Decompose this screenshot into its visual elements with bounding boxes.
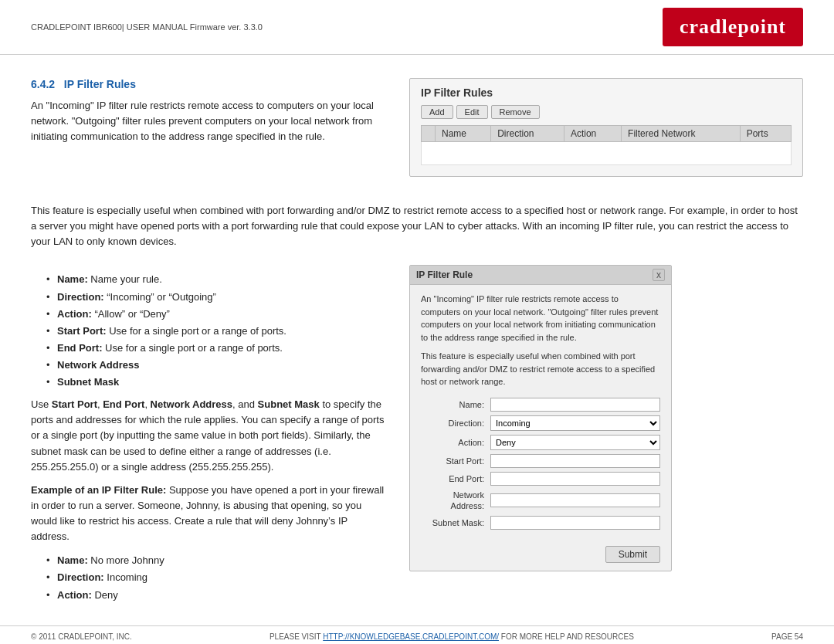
edit-button[interactable]: Edit xyxy=(456,105,488,119)
logo-text: cradlepoint xyxy=(680,15,786,38)
col-filtered-network: Filtered Network xyxy=(622,126,741,142)
direction-select[interactable]: Incoming Outgoing xyxy=(490,415,660,431)
form-row-end-port: End Port: xyxy=(421,472,660,486)
col-checkbox xyxy=(422,126,436,142)
remove-button[interactable]: Remove xyxy=(491,105,540,119)
table-empty-row xyxy=(422,142,792,165)
action-select[interactable]: Deny Allow xyxy=(490,435,660,450)
start-port-label: Start Port: xyxy=(421,456,490,466)
subnet-mask-label: Subnet Mask: xyxy=(421,518,490,527)
bullet-start-port: Start Port: Use for a single port or a r… xyxy=(46,323,386,340)
example-bullets: Name: No more Johnny Direction: Incoming… xyxy=(46,552,386,603)
panel-toolbar: Add Edit Remove xyxy=(421,105,792,119)
dialog-desc2: This feature is especially useful when c… xyxy=(421,350,660,388)
section-number: 6.4.2 xyxy=(31,78,55,90)
footer-center-post: FOR MORE HELP AND RESOURCES xyxy=(499,632,634,641)
footer-center-pre: PLEASE VISIT xyxy=(270,632,323,641)
ip-filter-rules-panel: IP Filter Rules Add Edit Remove Name Dir… xyxy=(409,78,803,177)
end-port-label: End Port: xyxy=(421,474,490,483)
middle-split: Name: Name your rule. Direction: “Incomi… xyxy=(0,265,834,609)
col-action: Action xyxy=(564,126,621,142)
ip-filter-rule-dialog: IP Filter Rule x An "Incoming" IP filter… xyxy=(409,265,672,571)
network-address-input[interactable] xyxy=(490,493,660,507)
example-bullet-action: Action: Deny xyxy=(46,587,386,604)
feature-bullets: Name: Name your rule. Direction: “Incomi… xyxy=(46,271,386,391)
example-paragraph: Example of an IP Filter Rule: Suppose yo… xyxy=(31,483,386,545)
bullet-subnet-mask: Subnet Mask xyxy=(46,374,386,391)
bullet-action: Action: “Allow” or “Deny” xyxy=(46,306,386,323)
name-label: Name: xyxy=(421,400,490,409)
panel-title: IP Filter Rules xyxy=(421,86,792,99)
dialog-title: IP Filter Rule xyxy=(416,269,473,280)
action-label: Action: xyxy=(421,438,490,447)
start-port-input[interactable] xyxy=(490,454,660,468)
bullet-direction: Direction: “Incoming” or “Outgoing” xyxy=(46,289,386,306)
right-column: IP Filter Rules Add Edit Remove Name Dir… xyxy=(409,78,803,188)
direction-label: Direction: xyxy=(421,419,490,428)
example-bullet-direction: Direction: Incoming xyxy=(46,569,386,586)
footer-center: PLEASE VISIT HTTP://KNOWLEDGEBASE.CRADLE… xyxy=(270,632,634,641)
form-row-subnet: Subnet Mask: xyxy=(421,516,660,530)
footer-right: PAGE 54 xyxy=(771,632,803,641)
form-row-name: Name: xyxy=(421,398,660,412)
full-width-intro: This feature is especially useful when c… xyxy=(0,203,834,265)
close-icon[interactable]: x xyxy=(653,269,665,281)
main-content: 6.4.2 IP Filter Rules An "Incoming" IP f… xyxy=(0,55,834,203)
ip-filter-table: Name Direction Action Filtered Network P… xyxy=(421,125,792,165)
section-heading: 6.4.2 IP Filter Rules xyxy=(31,78,386,90)
bullet-section: Name: Name your rule. Direction: “Incomi… xyxy=(31,265,386,609)
submit-button[interactable]: Submit xyxy=(605,546,660,563)
bullet-name: Name: Name your rule. xyxy=(46,271,386,288)
form-row-action: Action: Deny Allow xyxy=(421,435,660,450)
network-address-label: NetworkAddress: xyxy=(421,490,490,512)
page-header: CRADLEPOINT IBR600| USER MANUAL Firmware… xyxy=(0,0,834,55)
form-row-direction: Direction: Incoming Outgoing xyxy=(421,415,660,431)
body-paragraph-3: Use Start Port, End Port, Network Addres… xyxy=(31,397,386,475)
intro-paragraph-1: An "Incoming" IP filter rule restricts r… xyxy=(31,98,386,144)
end-port-input[interactable] xyxy=(490,472,660,486)
dialog-footer: Submit xyxy=(410,541,671,571)
dialog-titlebar: IP Filter Rule x xyxy=(410,266,671,285)
col-direction: Direction xyxy=(491,126,564,142)
add-button[interactable]: Add xyxy=(421,105,453,119)
bullet-end-port: End Port: Use for a single port or a ran… xyxy=(46,340,386,357)
footer-link[interactable]: HTTP://KNOWLEDGEBASE.CRADLEPOINT.COM/ xyxy=(323,632,499,641)
table-body xyxy=(422,142,792,165)
dialog-column: IP Filter Rule x An "Incoming" IP filter… xyxy=(409,265,803,609)
bullet-network-address: Network Address xyxy=(46,357,386,374)
dialog-desc1: An "Incoming" IP filter rule restricts r… xyxy=(421,293,660,344)
logo: cradlepoint xyxy=(663,8,803,46)
footer-left: © 2011 CRADLEPOINT, INC. xyxy=(31,632,132,641)
example-bullet-name: Name: No more Johnny xyxy=(46,552,386,569)
form-row-network: NetworkAddress: xyxy=(421,490,660,512)
name-input[interactable] xyxy=(490,398,660,412)
col-ports: Ports xyxy=(740,126,791,142)
col-name: Name xyxy=(436,126,491,142)
table-header-row: Name Direction Action Filtered Network P… xyxy=(422,126,792,142)
intro-paragraph-2: This feature is especially useful when c… xyxy=(31,203,803,249)
section-title: IP Filter Rules xyxy=(64,78,136,90)
doc-title: CRADLEPOINT IBR600| USER MANUAL Firmware… xyxy=(31,22,263,32)
subnet-mask-input[interactable] xyxy=(490,516,660,530)
form-row-start-port: Start Port: xyxy=(421,454,660,468)
dialog-body: An "Incoming" IP filter rule restricts r… xyxy=(410,285,671,541)
page-footer: © 2011 CRADLEPOINT, INC. PLEASE VISIT HT… xyxy=(0,625,834,644)
left-column: 6.4.2 IP Filter Rules An "Incoming" IP f… xyxy=(31,78,386,188)
